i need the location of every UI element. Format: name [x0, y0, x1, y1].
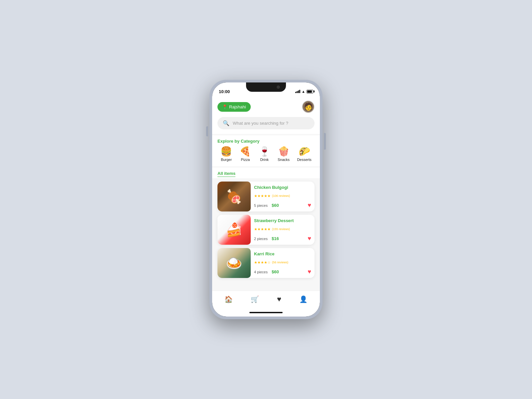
- karri-rice-info: Karri Rice ★★★★☆ (56 reviews) 4 pieces $…: [251, 248, 315, 278]
- strawberry-dessert-reviews: (155 reviews): [272, 227, 290, 231]
- nav-profile[interactable]: 👤: [298, 294, 309, 305]
- search-section: 🔍 What are you searching for ?: [212, 117, 320, 134]
- location-label: Rajshahi: [229, 104, 246, 109]
- chicken-bulgogi-reviews: (106 reviews): [272, 194, 290, 198]
- burger-label: Burger: [221, 158, 232, 162]
- karri-rice-price: $60: [272, 269, 279, 274]
- location-button[interactable]: 📍 Rajshahi: [217, 102, 251, 112]
- categories-title: Explore by Category: [217, 139, 315, 144]
- karri-rice-details: 4 pieces $60 ♥: [254, 268, 311, 275]
- avatar[interactable]: 🧑: [302, 100, 315, 113]
- burger-icon: 🍔: [220, 147, 232, 156]
- signal-icon: [295, 90, 300, 93]
- phone-frame: 10:00 ▲: [209, 80, 323, 319]
- karri-rice-rating: ★★★★☆ (56 reviews): [254, 260, 311, 265]
- food-list: Chicken Bulgogi ★★★★★ (106 reviews) 5 pi…: [212, 178, 320, 281]
- food-card-chicken-bulgogi[interactable]: Chicken Bulgogi ★★★★★ (106 reviews) 5 pi…: [217, 182, 315, 211]
- chicken-bulgogi-favorite[interactable]: ♥: [308, 202, 311, 209]
- search-placeholder: What are you searching for ?: [233, 121, 288, 126]
- strawberry-dessert-rating: ★★★★★ (155 reviews): [254, 227, 311, 231]
- home-indicator: [212, 310, 320, 317]
- categories-row: 🍔 Burger 🍕 Pizza 🍷 Drink 🍿: [217, 147, 315, 162]
- desserts-icon: 🌮: [299, 147, 310, 156]
- location-pin-icon: 📍: [222, 104, 227, 109]
- drink-label: Drink: [260, 158, 269, 162]
- strawberry-dessert-info: Strawberry Dessert ★★★★★ (155 reviews) 2…: [251, 215, 315, 245]
- category-pizza[interactable]: 🍕 Pizza: [239, 147, 251, 162]
- karri-rice-favorite[interactable]: ♥: [308, 268, 311, 275]
- snacks-label: Snacks: [278, 158, 290, 162]
- status-time: 10:00: [219, 89, 230, 94]
- all-items-label[interactable]: All items: [217, 171, 235, 177]
- food-card-karri-rice[interactable]: Karri Rice ★★★★☆ (56 reviews) 4 pieces $…: [217, 248, 315, 278]
- front-camera: [277, 85, 280, 89]
- screen: 10:00 ▲: [212, 82, 320, 317]
- drink-icon: 🍷: [259, 147, 270, 156]
- profile-icon: 👤: [299, 295, 308, 303]
- nav-home[interactable]: 🏠: [223, 294, 234, 305]
- strawberry-dessert-stars: ★★★★★: [254, 227, 271, 231]
- status-bar: 10:00 ▲: [212, 82, 320, 97]
- pizza-icon: 🍕: [239, 147, 251, 156]
- nav-favorites[interactable]: ♥: [275, 293, 283, 305]
- chicken-bulgogi-info: Chicken Bulgogi ★★★★★ (106 reviews) 5 pi…: [251, 182, 315, 211]
- search-bar[interactable]: 🔍 What are you searching for ?: [217, 117, 315, 129]
- desserts-label: Desserts: [297, 158, 311, 162]
- bottom-nav: 🏠 🛒 ♥ 👤: [212, 291, 320, 310]
- strawberry-dessert-name: Strawberry Dessert: [254, 218, 311, 223]
- strawberry-dessert-image: [217, 215, 251, 245]
- chicken-bulgogi-stars: ★★★★★: [254, 194, 271, 198]
- notch: [246, 82, 286, 92]
- strawberry-dessert-details: 2 pieces $16 ♥: [254, 235, 311, 242]
- strawberry-dessert-price: $16: [272, 236, 279, 241]
- snacks-icon: 🍿: [278, 147, 290, 156]
- chicken-bulgogi-pieces: 5 pieces: [254, 203, 268, 207]
- karri-rice-reviews: (56 reviews): [272, 261, 288, 264]
- karri-rice-image: [217, 248, 251, 278]
- pizza-label: Pizza: [241, 158, 250, 162]
- wifi-icon: ▲: [302, 89, 305, 93]
- category-desserts[interactable]: 🌮 Desserts: [297, 147, 311, 162]
- search-icon: 🔍: [223, 120, 229, 126]
- nav-cart[interactable]: 🛒: [249, 294, 261, 305]
- chicken-bulgogi-details: 5 pieces $60 ♥: [254, 202, 311, 209]
- karri-rice-pieces: 4 pieces: [254, 270, 268, 274]
- cart-icon: 🛒: [251, 295, 259, 303]
- category-burger[interactable]: 🍔 Burger: [220, 147, 232, 162]
- chicken-bulgogi-rating: ★★★★★ (106 reviews): [254, 194, 311, 198]
- food-card-strawberry-dessert[interactable]: Strawberry Dessert ★★★★★ (155 reviews) 2…: [217, 215, 315, 245]
- home-icon: 🏠: [224, 295, 233, 303]
- header: 📍 Rajshahi 🧑: [212, 97, 320, 117]
- chicken-bulgogi-name: Chicken Bulgogi: [254, 185, 311, 190]
- chicken-bulgogi-image: [217, 182, 251, 211]
- all-items-section: All items: [212, 168, 320, 178]
- karri-rice-name: Karri Rice: [254, 251, 311, 256]
- category-snacks[interactable]: 🍿 Snacks: [278, 147, 290, 162]
- home-bar-line: [249, 312, 283, 313]
- chicken-bulgogi-price: $60: [272, 203, 279, 208]
- phone-inner: 10:00 ▲: [212, 82, 320, 317]
- favorites-icon: ♥: [277, 295, 281, 304]
- status-icons: ▲: [295, 89, 313, 93]
- categories-section: Explore by Category 🍔 Burger 🍕 Pizza 🍷: [212, 135, 320, 166]
- category-drink[interactable]: 🍷 Drink: [259, 147, 270, 162]
- strawberry-dessert-pieces: 2 pieces: [254, 237, 268, 241]
- content-area: 📍 Rajshahi 🧑 🔍 What are you searching fo…: [212, 97, 320, 291]
- battery-icon: [307, 90, 313, 93]
- karri-rice-stars: ★★★★☆: [254, 260, 271, 265]
- strawberry-dessert-favorite[interactable]: ♥: [308, 235, 311, 242]
